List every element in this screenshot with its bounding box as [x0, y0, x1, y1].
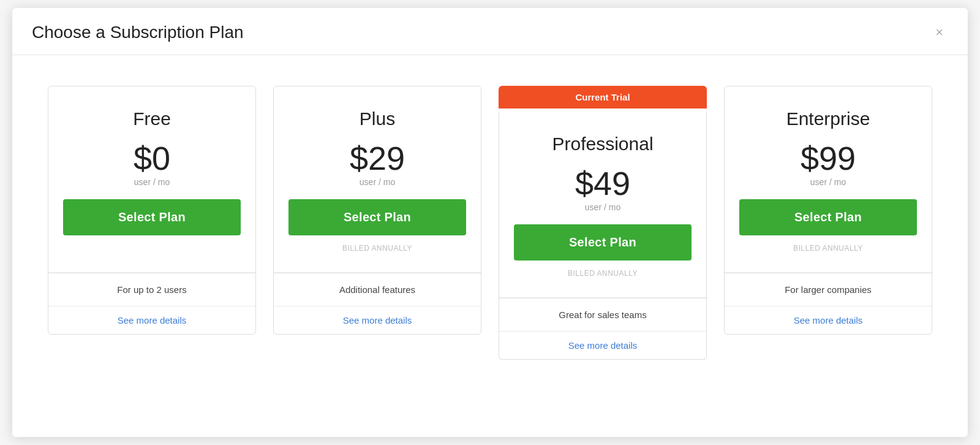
plans-container: Free $0 user / mo Select Plan For up to … [12, 55, 968, 384]
select-plan-button-free[interactable]: Select Plan [63, 199, 241, 235]
plan-name-plus: Plus [288, 108, 466, 129]
plan-price-enterprise: $99 [739, 142, 917, 175]
billed-annually-free [63, 244, 241, 255]
plan-description-enterprise: For larger companies [725, 273, 932, 306]
select-plan-button-enterprise[interactable]: Select Plan [739, 199, 917, 235]
plan-price-professional: $49 [514, 167, 692, 200]
plan-description-free: For up to 2 users [48, 273, 255, 306]
plan-wrapper-plus: Plus $29 user / mo Select Plan BILLED AN… [273, 86, 481, 335]
plan-bottom-enterprise: For larger companies See more details [725, 273, 932, 334]
plan-card-free: Free $0 user / mo Select Plan For up to … [48, 86, 256, 335]
plan-details-link-professional[interactable]: See more details [499, 332, 706, 359]
plan-card-enterprise: Enterprise $99 user / mo Select Plan BIL… [724, 86, 932, 335]
plan-top-enterprise: Enterprise $99 user / mo Select Plan BIL… [725, 86, 932, 273]
plan-top-free: Free $0 user / mo Select Plan [48, 86, 255, 273]
plan-name-enterprise: Enterprise [739, 108, 917, 129]
select-plan-button-plus[interactable]: Select Plan [288, 199, 466, 235]
plan-price-unit-professional: user / mo [514, 202, 692, 212]
plan-price-plus: $29 [288, 142, 466, 175]
plan-description-professional: Great for sales teams [499, 299, 706, 332]
plan-details-link-plus[interactable]: See more details [274, 306, 481, 334]
plan-price-free: $0 [63, 142, 241, 175]
select-plan-button-professional[interactable]: Select Plan [514, 224, 692, 261]
modal-title: Choose a Subscription Plan [32, 23, 244, 42]
subscription-modal: Choose a Subscription Plan × Free $0 use… [12, 8, 968, 437]
plan-price-unit-enterprise: user / mo [739, 177, 917, 187]
current-trial-badge: Current Trial [499, 86, 707, 108]
close-button[interactable]: × [930, 23, 948, 42]
plan-wrapper-enterprise: Enterprise $99 user / mo Select Plan BIL… [724, 86, 932, 335]
plan-card-professional: Professional $49 user / mo Select Plan B… [499, 112, 707, 360]
modal-header: Choose a Subscription Plan × [12, 8, 968, 55]
plan-name-professional: Professional [514, 134, 692, 154]
plan-price-unit-plus: user / mo [288, 177, 466, 187]
billed-annually-professional: BILLED ANNUALLY [514, 269, 692, 280]
billed-annually-enterprise: BILLED ANNUALLY [739, 244, 917, 255]
plan-bottom-professional: Great for sales teams See more details [499, 298, 706, 359]
plan-price-unit-free: user / mo [63, 177, 241, 187]
plan-card-plus: Plus $29 user / mo Select Plan BILLED AN… [273, 86, 481, 335]
billed-annually-plus: BILLED ANNUALLY [288, 244, 466, 255]
plan-top-plus: Plus $29 user / mo Select Plan BILLED AN… [274, 86, 481, 273]
plan-top-professional: Professional $49 user / mo Select Plan B… [499, 112, 706, 298]
plan-wrapper-free: Free $0 user / mo Select Plan For up to … [48, 86, 256, 335]
plan-details-link-enterprise[interactable]: See more details [725, 306, 932, 334]
plan-wrapper-professional: Current Trial Professional $49 user / mo… [499, 86, 707, 360]
plan-details-link-free[interactable]: See more details [48, 306, 255, 334]
plan-bottom-plus: Additional features See more details [274, 273, 481, 334]
plan-description-plus: Additional features [274, 273, 481, 306]
plan-bottom-free: For up to 2 users See more details [48, 273, 255, 334]
plan-name-free: Free [63, 108, 241, 129]
